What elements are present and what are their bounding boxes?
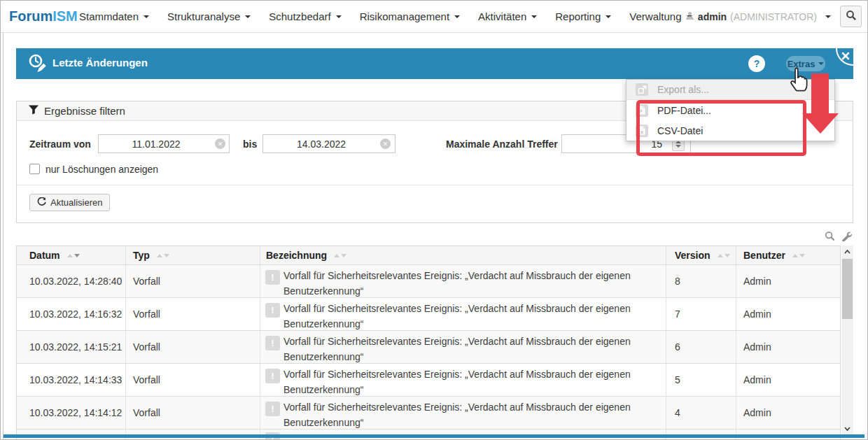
column-header-bezeichnung[interactable]: Bezeichnung <box>260 246 666 264</box>
table-row[interactable]: 10.03.2022, 14:15:21Vorfall!Vorfall für … <box>17 331 840 364</box>
table-search-icon[interactable] <box>825 231 835 244</box>
loeschungen-checkbox-label: nur Löschungen anzeigen <box>46 164 158 175</box>
divider <box>17 185 853 185</box>
top-navbar: ForumISM StammdatenStrukturanalyseSchutz… <box>1 1 867 33</box>
pdf-file-icon: P <box>636 104 648 117</box>
cell-datum: 10.03.2022, 14:28:40 <box>17 265 126 297</box>
date-from-input[interactable] <box>98 134 230 153</box>
nav-item-strukturanalyse[interactable]: Strukturanalyse <box>167 10 251 22</box>
sort-icons <box>67 254 80 257</box>
date-to-input[interactable] <box>262 134 396 153</box>
nav-item-label: Risikomanagement <box>360 10 449 22</box>
table-row[interactable]: 10.03.2022, 14:28:40Vorfall!Vorfall für … <box>17 265 840 298</box>
nav-item-label: Strukturanalyse <box>167 10 240 22</box>
nav-item-label: Reporting <box>555 10 601 22</box>
chevron-down-icon <box>454 15 460 18</box>
history-edit-icon <box>27 53 50 77</box>
nav-menu: StammdatenStrukturanalyseSchutzbedarfRis… <box>79 1 692 32</box>
cell-version: 4 <box>666 397 736 429</box>
user-icon <box>685 11 694 22</box>
cell-benutzer: Admin <box>736 298 840 330</box>
cell-benutzer: Admin <box>736 331 840 363</box>
alert-icon: ! <box>265 369 280 383</box>
column-header-version[interactable]: Version <box>666 246 736 264</box>
cell-typ: Vorfall <box>126 364 260 396</box>
clear-date-from-icon[interactable]: ✕ <box>215 139 225 149</box>
logo-part-forum: Forum <box>9 8 52 24</box>
nav-item-label: Aktivitäten <box>478 10 526 22</box>
filter-panel-title: Ergebnisse filtern <box>44 105 125 117</box>
nav-item-verwaltung[interactable]: Verwaltung <box>629 10 692 22</box>
export-icon <box>636 83 648 96</box>
sort-icons <box>334 254 346 257</box>
clear-date-to-icon[interactable]: ✕ <box>380 139 391 149</box>
zeitraum-von-label: Zeitraum von <box>29 139 91 150</box>
window-edge-line <box>3 33 4 439</box>
table-row[interactable]: 10.03.2022, 14:16:32Vorfall!Vorfall für … <box>17 298 840 331</box>
spinner-down-icon[interactable] <box>676 145 681 148</box>
nav-item-risikomanagement[interactable]: Risikomanagement <box>360 10 460 22</box>
app-logo[interactable]: ForumISM <box>9 8 78 24</box>
menu-item-label: CSV-Datei <box>657 125 703 136</box>
column-header-typ[interactable]: Typ <box>126 246 260 264</box>
cell-bezeichnung: !Vorfall für Sicherheitsrelevantes Ereig… <box>260 265 666 297</box>
search-icon <box>846 10 857 24</box>
bezeichnung-text: Vorfall für Sicherheitsrelevantes Ereign… <box>284 303 631 329</box>
table-row[interactable]: 10.03.2022, 14:14:33Vorfall!Vorfall für … <box>17 364 840 397</box>
bezeichnung-text: Vorfall für Sicherheitsrelevantes Ereign… <box>284 270 631 297</box>
nav-item-aktivitäten[interactable]: Aktivitäten <box>478 10 537 22</box>
column-label: Benutzer <box>743 250 785 261</box>
alert-icon: ! <box>265 402 280 416</box>
search-button[interactable] <box>840 6 862 27</box>
help-button[interactable]: ? <box>748 55 765 72</box>
cell-version: 6 <box>666 331 736 363</box>
cell-bezeichnung: !Vorfall für Sicherheitsrelevantes Ereig… <box>260 298 666 330</box>
table-settings-wrench-icon[interactable] <box>841 231 852 244</box>
cell-bezeichnung: !Vorfall für Sicherheitsrelevantes Ereig… <box>260 331 666 363</box>
user-menu[interactable]: admin (ADMINISTRATOR) <box>685 1 831 32</box>
cell-benutzer: Admin <box>736 265 840 297</box>
close-button[interactable] <box>827 48 853 75</box>
bis-label: bis <box>243 139 257 150</box>
nav-item-reporting[interactable]: Reporting <box>555 10 611 22</box>
table-row[interactable]: 10.03.2022, 14:14:12Vorfall!Vorfall für … <box>17 397 840 430</box>
refresh-icon <box>37 197 46 208</box>
chevron-down-icon <box>606 15 611 18</box>
column-header-benutzer[interactable]: Benutzer <box>736 246 840 264</box>
user-role: (ADMINISTRATOR) <box>730 11 817 22</box>
annotation-arrow-head <box>802 113 839 134</box>
cell-benutzer: Admin <box>736 364 840 396</box>
scrollbar-thumb[interactable] <box>842 259 853 319</box>
scroll-down-button[interactable] <box>841 423 853 434</box>
bezeichnung-text: Vorfall für Sicherheitsrelevantes Ereign… <box>284 336 631 362</box>
nav-item-label: Stammdaten <box>79 10 139 22</box>
svg-text:P: P <box>640 109 643 113</box>
csv-file-icon <box>636 125 648 137</box>
nav-item-stammdaten[interactable]: Stammdaten <box>79 10 149 22</box>
chevron-down-icon <box>531 15 537 18</box>
cell-datum: 10.03.2022, 14:15:21 <box>17 331 126 363</box>
nav-item-schutzbedarf[interactable]: Schutzbedarf <box>269 10 341 22</box>
table-toolbar <box>825 231 852 244</box>
loeschungen-checkbox[interactable] <box>29 164 40 174</box>
scroll-up-button[interactable] <box>841 246 853 257</box>
chevron-down-icon <box>818 62 824 65</box>
page-title: Letzte Änderungen <box>52 57 148 69</box>
column-label: Version <box>675 250 710 261</box>
column-header-datum[interactable]: Datum <box>17 246 126 264</box>
bezeichnung-text: Vorfall für Sicherheitsrelevantes Ereign… <box>284 402 631 428</box>
cell-datum: 10.03.2022, 14:14:12 <box>17 397 126 429</box>
max-treffer-label: Maximale Anzahl Treffer <box>446 139 558 150</box>
logo-part-ism: ISM <box>52 8 78 24</box>
vertical-scrollbar[interactable] <box>841 246 853 434</box>
cell-typ: Vorfall <box>126 265 260 297</box>
column-label: Typ <box>133 250 150 261</box>
sort-icons <box>792 254 805 257</box>
nav-item-label: Schutzbedarf <box>269 10 330 22</box>
cell-version: 7 <box>666 298 736 330</box>
panel-bottom-border <box>4 434 864 438</box>
aktualisieren-button[interactable]: Aktualisieren <box>29 194 110 211</box>
cell-version: 5 <box>666 364 736 396</box>
user-name: admin <box>698 11 727 22</box>
results-table: DatumTypBezeichnungVersionBenutzer 10.03… <box>16 246 841 439</box>
